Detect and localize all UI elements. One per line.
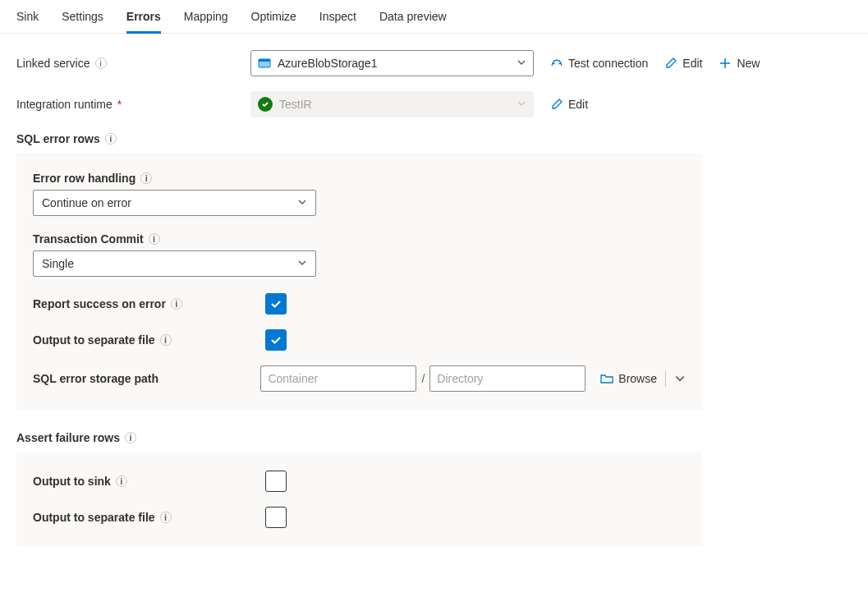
tab-sink[interactable]: Sink [16, 7, 39, 34]
container-input[interactable] [260, 365, 416, 392]
separator [665, 370, 666, 387]
info-icon[interactable]: i [160, 512, 172, 523]
info-icon[interactable]: i [171, 298, 182, 310]
error-row-handling-label: Error row handling [33, 172, 135, 185]
tab-inspect[interactable]: Inspect [319, 7, 356, 34]
transaction-commit-label: Transaction Commit [33, 232, 144, 246]
test-connection-button[interactable]: Test connection [550, 57, 648, 70]
browse-button[interactable]: Browse [600, 372, 657, 385]
integration-runtime-value: TestIR [279, 98, 312, 111]
info-icon[interactable]: i [160, 334, 172, 346]
linked-service-value: AzureBlobStorage1 [278, 57, 377, 70]
linked-service-select[interactable]: AzureBlobStorage1 [250, 50, 534, 76]
tab-bar: Sink Settings Errors Mapping Optimize In… [0, 0, 868, 34]
tab-settings[interactable]: Settings [62, 7, 103, 34]
chevron-down-icon [297, 196, 307, 209]
info-icon[interactable]: i [140, 172, 152, 184]
info-icon[interactable]: i [105, 133, 117, 145]
error-row-handling-select[interactable]: Continue on error [33, 190, 316, 216]
check-circle-icon [258, 97, 273, 112]
linked-service-label: Linked service [16, 57, 90, 70]
browse-dropdown-button[interactable] [674, 373, 686, 384]
storage-icon [258, 57, 271, 70]
sql-error-rows-heading: SQL error rows i [16, 132, 852, 145]
transaction-commit-select[interactable]: Single [33, 250, 316, 277]
new-button[interactable]: New [719, 57, 760, 70]
tab-mapping[interactable]: Mapping [184, 7, 228, 34]
output-to-sink-checkbox[interactable] [265, 471, 287, 492]
edit-runtime-button[interactable]: Edit [550, 98, 588, 111]
report-success-checkbox[interactable] [265, 293, 287, 315]
report-success-label: Report success on error [33, 297, 166, 310]
svg-rect-1 [259, 59, 270, 62]
integration-runtime-label: Integration runtime [16, 98, 113, 111]
edit-button[interactable]: Edit [664, 57, 702, 70]
chevron-down-icon [517, 98, 526, 111]
output-separate-assert-checkbox[interactable] [265, 507, 287, 528]
assert-failure-panel: Output to sink i Output to separate file… [16, 452, 702, 546]
storage-path-label: SQL error storage path [33, 372, 158, 385]
info-icon[interactable]: i [125, 432, 136, 443]
info-icon[interactable]: i [149, 233, 160, 245]
info-icon[interactable]: i [116, 475, 127, 487]
tab-errors[interactable]: Errors [126, 7, 161, 34]
chevron-down-icon [297, 257, 307, 270]
path-separator: / [421, 372, 425, 385]
output-to-sink-label: Output to sink [33, 475, 111, 488]
tab-data-preview[interactable]: Data preview [379, 7, 447, 34]
assert-failure-heading: Assert failure rows i [16, 431, 852, 444]
output-separate-sql-checkbox[interactable] [265, 329, 287, 351]
required-marker: * [117, 98, 122, 111]
output-separate-assert-label: Output to separate file [33, 511, 155, 524]
directory-input[interactable] [429, 365, 586, 392]
info-icon[interactable]: i [95, 57, 107, 69]
integration-runtime-select: TestIR [250, 91, 534, 117]
output-separate-sql-label: Output to separate file [33, 333, 155, 347]
sql-error-rows-panel: Error row handling i Continue on error T… [16, 154, 702, 410]
tab-optimize[interactable]: Optimize [251, 7, 296, 34]
chevron-down-icon [517, 57, 526, 70]
